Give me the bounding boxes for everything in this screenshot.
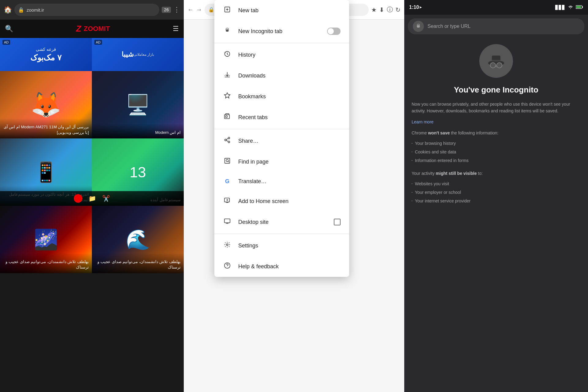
zoomit-search-icon[interactable]: 🔍 (5, 25, 13, 33)
menu-item-translate[interactable]: G Translate… (214, 172, 349, 191)
desktop-site-checkbox[interactable] (334, 219, 341, 225)
svg-point-18 (226, 159, 228, 161)
menu-label-translate: Translate… (238, 178, 341, 185)
zoomit-header: 🔍 Z ZOOMIT ☰ (0, 20, 184, 38)
scissors-icon[interactable]: ✂️ (102, 195, 110, 202)
record-button[interactable] (74, 194, 82, 203)
menu-item-recent-tabs[interactable]: Recent tabs (214, 107, 349, 128)
news-grid-row3: 🌌 بهلطف تلاش دانشمندان، می‌توانیم صدای ع… (0, 206, 184, 273)
desktop-site-icon (223, 218, 232, 226)
status-icons: ▊▊▊ (555, 5, 583, 10)
still-visible-bold: might still be visible (436, 171, 477, 176)
ad-title-left: قرعه کشی (30, 47, 61, 52)
menu-item-new-incognito-tab[interactable]: New Incognito tab (214, 21, 349, 42)
svg-rect-38 (492, 60, 500, 62)
svg-point-5 (226, 30, 227, 31)
menu-label-new-tab: New tab (238, 7, 341, 14)
svg-line-16 (226, 138, 228, 140)
bullet-4: • (412, 181, 413, 186)
incognito-avatar-icon (413, 21, 424, 32)
menu-item-find-in-page[interactable]: Find in page (214, 151, 349, 172)
learn-more-link[interactable]: Learn more (412, 119, 581, 124)
news-card-1[interactable]: 🦊 بررسی آل این وان Modern AM271 11M ام ا… (0, 71, 92, 138)
divider-2 (214, 129, 349, 129)
bg-forward-icon[interactable]: → (196, 6, 202, 13)
left-url-text: zoomit.ir (27, 7, 44, 13)
wont-save-list: • Your browsing history • Cookies and si… (412, 139, 581, 165)
news-card-5[interactable]: 🌌 بهلطف تلاش دانشمندان، می‌توانیم صدای ع… (0, 206, 92, 273)
ad-banner-left[interactable]: AD قرعه کشی ۷ مک‌بوک (0, 38, 92, 71)
news-overlay-6: بهلطف تلاش دانشمندان، می‌توانیم صدای عجی… (92, 253, 184, 273)
menu-item-desktop-site[interactable]: Desktop site (214, 212, 349, 232)
zoomit-wordmark: ZOOMIT (84, 25, 110, 33)
wont-save-text-1: Your browsing history (415, 139, 456, 148)
status-bar: 1:10 ➤ ▊▊▊ (404, 0, 588, 15)
bg-refresh-icon[interactable]: ↻ (395, 6, 401, 13)
svg-rect-23 (224, 219, 230, 223)
wont-save-text-3: Information entered in forms (415, 156, 469, 165)
bullet-2: • (412, 149, 413, 154)
menu-label-settings: Settings (238, 243, 341, 249)
news-title-1: بررسی آل این وان Modern AM271 11M ام اس … (3, 124, 89, 135)
bg-star-icon[interactable]: ★ (371, 6, 377, 13)
bg-info-icon[interactable]: ⓘ (387, 6, 393, 14)
svg-point-35 (419, 26, 420, 27)
svg-point-39 (490, 62, 496, 68)
still-visible-text-2: Your employer or school (415, 188, 461, 197)
svg-rect-17 (225, 158, 230, 164)
wont-save-text-2: Cookies and site data (415, 148, 456, 156)
hamburger-icon[interactable]: ☰ (173, 25, 179, 33)
wont-save-item-3: • Information entered in forms (412, 156, 581, 165)
svg-point-14 (228, 141, 230, 143)
settings-icon (223, 241, 232, 250)
menu-item-bookmarks[interactable]: Bookmarks (214, 86, 349, 107)
news-card-2[interactable]: 🖥️ ام اس Modern (92, 71, 184, 138)
incognito-title: You've gone Incognito (412, 85, 581, 95)
menu-item-settings[interactable]: Settings (214, 235, 349, 256)
recording-bar: 📁 ✂️ (0, 191, 184, 206)
menu-label-downloads: Downloads (238, 73, 341, 79)
menu-item-new-tab[interactable]: New tab (214, 0, 349, 21)
menu-label-help-feedback: Help & feedback (238, 263, 341, 270)
menu-item-add-to-home[interactable]: Add to Home screen (214, 191, 349, 212)
bg-back-icon[interactable]: ← (187, 6, 194, 13)
home-icon[interactable]: 🏠 (4, 6, 12, 14)
new-tab-icon (223, 6, 232, 15)
wont-save-bold: won't save (428, 130, 450, 135)
left-url-bar[interactable]: 🔒 zoomit.ir (14, 4, 159, 16)
still-visible-list: • Websites you visit • Your employer or … (412, 179, 581, 205)
menu-item-help-feedback[interactable]: Help & feedback (214, 256, 349, 277)
news-title-2: ام اس Modern (95, 130, 181, 135)
menu-item-share[interactable]: Share… (214, 130, 349, 151)
incognito-search-placeholder: Search or type URL (428, 24, 471, 29)
incognito-toggle[interactable] (327, 28, 341, 35)
incognito-circle (479, 44, 513, 78)
signal-icon: ▊▊▊ (555, 5, 565, 10)
divider-3 (214, 234, 349, 234)
left-menu-icon[interactable]: ⋮ (173, 6, 180, 14)
lock-icon: 🔒 (18, 7, 24, 13)
news-overlay-5: بهلطف تلاش دانشمندان، می‌توانیم صدای عجی… (0, 253, 92, 273)
svg-rect-30 (582, 6, 583, 8)
wont-save-item-2: • Cookies and site data (412, 148, 581, 156)
ad-banner-right[interactable]: AD شیبا بازار معاملاتی (92, 38, 184, 71)
news-card-6[interactable]: 🌊 بهلطف تلاش دانشمندان، می‌توانیم صدای ع… (92, 206, 184, 273)
incognito-tab-icon (223, 27, 232, 36)
ad-content-left: قرعه کشی ۷ مک‌بوک (30, 47, 61, 62)
help-icon (223, 262, 232, 271)
svg-line-15 (226, 140, 228, 141)
ad-title-right: شیبا (122, 51, 134, 58)
menu-item-history[interactable]: History (214, 44, 349, 65)
tab-count-badge[interactable]: 26 (162, 7, 171, 13)
bullet-1: • (412, 141, 413, 146)
svg-marker-9 (224, 93, 230, 98)
bullet-5: • (412, 190, 413, 195)
zoomit-z-logo: Z (76, 24, 81, 34)
incognito-search-bar[interactable]: Search or type URL (408, 18, 584, 34)
ad-label-right: AD (94, 40, 102, 45)
bullet-3: • (412, 158, 413, 163)
folder-icon[interactable]: 📁 (89, 195, 96, 202)
bg-download-icon[interactable]: ⬇ (379, 6, 384, 13)
menu-label-find-in-page: Find in page (238, 159, 341, 165)
menu-item-downloads[interactable]: Downloads (214, 65, 349, 86)
